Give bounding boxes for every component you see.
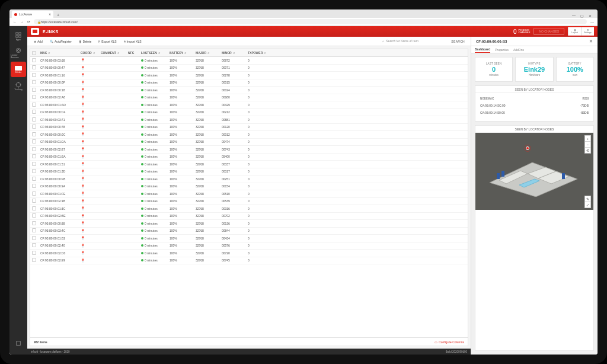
table-row[interactable]: CF:93:80:00:01:BA📍0 minutes100%327680540… (30, 154, 468, 161)
window-maximize-icon[interactable]: ▢ (580, 14, 584, 18)
table-row[interactable]: CF:93:80:00:01:AD📍0 minutes100%327680042… (30, 101, 468, 109)
row-checkbox[interactable] (32, 251, 36, 255)
row-checkbox[interactable] (32, 199, 36, 203)
table-row[interactable]: CF:93:80:00:00:88📍0 minutes100%327680013… (30, 220, 468, 228)
table-row[interactable]: CF:93:80:00:01:3C📍0 minutes100%327680031… (30, 205, 468, 213)
row-checkbox[interactable] (32, 221, 36, 225)
table-row[interactable]: CF:93:80:00:00:0C📍0 minutes100%327680001… (30, 131, 468, 139)
table-row[interactable]: CF:93:80:00:02:40📍0 minutes100%327680057… (30, 242, 468, 250)
nav-einks[interactable]: E-Inks (11, 62, 26, 77)
nav-apps[interactable]: Apps (11, 28, 26, 44)
map-tool-2[interactable]: ⤢ (584, 202, 591, 208)
table-row[interactable]: CF:93:80:00:02:BE📍0 minutes100%327680070… (30, 213, 468, 221)
table-row[interactable]: CF:93:80:00:00:0F📍0 minutes100%327680001… (30, 79, 468, 87)
table-row[interactable]: CF:93:80:00:00:47📍0 minutes100%327680007… (30, 65, 468, 72)
search-input[interactable]: ⌕ Search for Name of Item (382, 39, 448, 44)
table-row[interactable]: CF:93:80:00:00:D4📍0 minutes100%327680021… (30, 109, 468, 117)
search-button[interactable]: SEARCH (449, 40, 467, 43)
browser-tab[interactable]: LocAware ✕ (12, 11, 53, 18)
row-checkbox[interactable] (32, 103, 36, 107)
import-xls-button[interactable]: ⎗ Import XLS (121, 38, 145, 45)
new-tab-button[interactable]: + (55, 12, 61, 18)
nav-back-icon[interactable]: ← (13, 20, 17, 24)
add-button[interactable]: ⊕ Add (31, 38, 46, 45)
no-changes-button[interactable]: NO CHANGES (533, 28, 564, 35)
table-row[interactable]: CF:93:80:00:01:16📍0 minutes100%327680027… (30, 72, 468, 79)
row-checkbox[interactable] (32, 124, 36, 129)
detail-close-icon[interactable]: ✕ (589, 39, 593, 44)
nav-reload-icon[interactable]: ⟳ (27, 20, 30, 24)
table-row[interactable]: CF:93:80:00:02:A8📍0 minutes100%327680068… (30, 94, 468, 102)
table-row[interactable]: CF:93:80:00:02:E7📍0 minutes100%327680074… (30, 146, 468, 154)
row-checkbox[interactable] (32, 88, 36, 92)
row-checkbox[interactable] (32, 184, 36, 188)
row-checkbox[interactable] (32, 65, 36, 69)
table-row[interactable]: CF:93:80:00:00:FB📍0 minutes100%327680025… (30, 175, 468, 183)
tab-properties[interactable]: Properties (495, 48, 509, 53)
grid-body[interactable]: CF:93:80:00:03:68📍0 minutes100%327680087… (30, 57, 468, 338)
col-coord[interactable]: COORD⇵ (79, 51, 99, 55)
row-checkbox[interactable] (32, 95, 36, 99)
row-checkbox[interactable] (32, 206, 36, 210)
delete-button[interactable]: 🗑 Delete (76, 38, 94, 45)
nav-forward-icon[interactable]: → (20, 20, 24, 24)
row-checkbox[interactable] (32, 147, 36, 151)
col-lastseen[interactable]: LASTSEEN⇵ (139, 51, 168, 55)
tab-dashboard[interactable]: Dashboard (475, 47, 490, 53)
row-checkbox[interactable] (32, 191, 36, 196)
nav-collapse[interactable] (11, 336, 26, 351)
table-row[interactable]: CF:93:80:00:01:3D📍0 minutes100%327680031… (30, 168, 468, 176)
export-xls-button[interactable]: ⎘ Export XLS (95, 38, 119, 45)
select-all-checkbox[interactable] (32, 51, 36, 55)
node-row[interactable]: CA:93:00:14:5C:00-73DB (479, 102, 590, 109)
row-checkbox[interactable] (32, 80, 36, 84)
col-mac[interactable]: MAC⇵ (39, 51, 79, 55)
table-row[interactable]: CF:93:80:00:01:DA📍0 minutes100%327680047… (30, 139, 468, 146)
table-row[interactable]: CF:93:80:00:01:FE📍0 minutes100%327680051… (30, 190, 468, 198)
tab-close-icon[interactable]: ✕ (49, 12, 51, 16)
row-checkbox[interactable] (32, 243, 36, 247)
table-row[interactable]: CF:93:80:00:03:71📍0 minutes100%327680088… (30, 116, 468, 124)
table-row[interactable]: CF:93:80:00:00:78📍0 minutes100%327680012… (30, 124, 468, 132)
col-nfc[interactable]: NFC (126, 51, 139, 55)
col-comment[interactable]: COMMENT⇵ (99, 51, 126, 55)
col-battery[interactable]: BATTERY⇵ (168, 51, 194, 55)
table-row[interactable]: CF:93:80:00:00:9A📍0 minutes100%327680015… (30, 183, 468, 191)
nav-locator-beacons[interactable]: Locator Beacons (11, 45, 26, 60)
url-input[interactable]: 🔒 https://locaware.infsoft.com/ (34, 19, 587, 24)
col-major[interactable]: MAJOR⇵ (194, 51, 220, 55)
row-checkbox[interactable] (32, 154, 36, 158)
map-reset[interactable]: ⟲ (584, 147, 591, 154)
row-checkbox[interactable] (32, 139, 36, 143)
row-checkbox[interactable] (32, 228, 36, 232)
row-checkbox[interactable] (32, 110, 36, 114)
row-checkbox[interactable] (32, 132, 36, 136)
autoregister-button[interactable]: 🔍 AutoRegister (47, 38, 75, 45)
col-tx[interactable]: TXPOWER⇵ (246, 51, 270, 55)
row-checkbox[interactable] (32, 213, 36, 218)
table-row[interactable]: CF:93:80:00:03:68📍0 minutes100%327680087… (30, 57, 468, 65)
row-checkbox[interactable] (32, 169, 36, 173)
table-row[interactable]: CF:93:80:00:01:51📍0 minutes100%327680033… (30, 161, 468, 168)
settings-button[interactable]: ⚙Settings (581, 27, 594, 36)
map-canvas[interactable]: + − ⟲ ✎ ⤢ (475, 133, 593, 210)
row-checkbox[interactable] (32, 162, 36, 166)
row-checkbox[interactable] (32, 117, 36, 122)
col-minor[interactable]: MINOR⇵ (220, 51, 246, 55)
table-row[interactable]: CF:93:80:00:02:E9📍0 minutes100%327680074… (30, 257, 468, 265)
table-row[interactable]: CF:93:80:00:01:B2📍0 minutes100%327680043… (30, 235, 468, 242)
row-checkbox[interactable] (32, 258, 36, 262)
tab-addons[interactable]: AddOns (513, 48, 524, 53)
window-close-icon[interactable]: ✕ (589, 14, 592, 18)
layout-button[interactable]: ▦Layout (568, 27, 581, 36)
table-row[interactable]: CF:93:80:00:03:4C📍0 minutes100%327680084… (30, 228, 468, 235)
row-checkbox[interactable] (32, 177, 36, 181)
row-checkbox[interactable] (32, 236, 36, 240)
window-minimize-icon[interactable]: — (572, 14, 576, 18)
nav-tracking[interactable]: Tracking (11, 78, 26, 94)
browser-menu-icon[interactable]: ⋯ (590, 20, 594, 24)
table-row[interactable]: CF:93:80:00:02:D0📍0 minutes100%327680072… (30, 250, 468, 257)
row-checkbox[interactable] (32, 73, 36, 77)
row-checkbox[interactable] (32, 58, 36, 62)
configure-columns-button[interactable]: ▭ Configure Columns (435, 340, 464, 344)
